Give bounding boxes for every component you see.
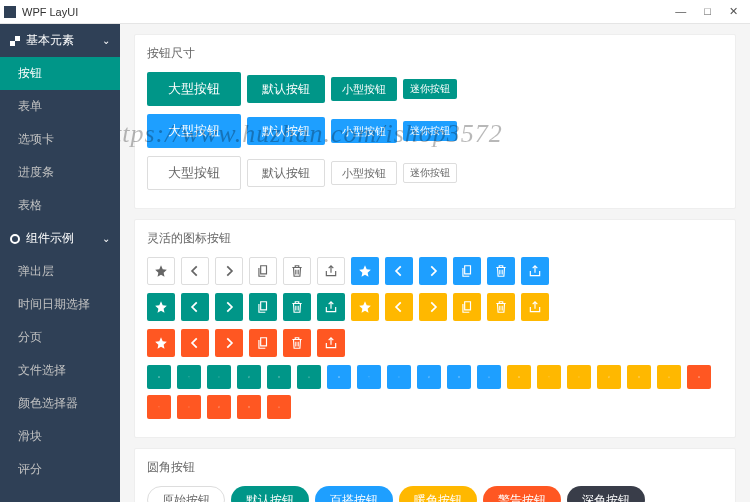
pill-button[interactable]: 警告按钮 [483,486,561,502]
minimize-button[interactable]: — [675,5,686,18]
sidebar-group-header[interactable]: 组件示例⌄ [0,222,120,255]
icon-button-small[interactable] [207,365,231,389]
icon-button-small[interactable] [537,365,561,389]
pill-button[interactable]: 百搭按钮 [315,486,393,502]
icon-button-small[interactable] [657,365,681,389]
sidebar-item[interactable]: 进度条 [0,156,120,189]
sidebar-item[interactable]: 颜色选择器 [0,387,120,420]
icon-button[interactable] [317,293,345,321]
chev-left-icon [158,400,160,414]
maximize-button[interactable]: □ [704,5,711,18]
sidebar-group-label: 基本元素 [26,32,74,49]
icon-button-small[interactable] [447,365,471,389]
icon-button-small[interactable] [177,365,201,389]
icon-button[interactable] [385,257,413,285]
icon-button-small[interactable] [207,395,231,419]
size-button[interactable]: 迷你按钮 [403,163,457,183]
sidebar-item[interactable]: 时间日期选择 [0,288,120,321]
icon-button[interactable] [351,257,379,285]
size-button[interactable]: 小型按钮 [331,119,397,143]
icon-button-small[interactable] [567,365,591,389]
pill-button[interactable]: 暖色按钮 [399,486,477,502]
trash-icon [290,300,304,314]
sidebar-item[interactable]: 滑块 [0,420,120,453]
icon-button[interactable] [147,293,175,321]
share-icon [668,370,670,384]
icon-button[interactable] [181,329,209,357]
icon-button[interactable] [283,329,311,357]
icon-button-small[interactable] [267,395,291,419]
icon-button[interactable] [453,257,481,285]
size-button[interactable]: 大型按钮 [147,72,241,106]
icon-button[interactable] [215,329,243,357]
panel-title: 按钮尺寸 [147,45,723,62]
icon-button-small[interactable] [147,365,171,389]
icon-button[interactable] [317,257,345,285]
pill-button[interactable]: 原始按钮 [147,486,225,502]
sidebar-item[interactable]: 弹出层 [0,255,120,288]
sidebar-item[interactable]: 表格 [0,189,120,222]
icon-button[interactable] [419,257,447,285]
icon-button[interactable] [181,293,209,321]
size-button[interactable]: 大型按钮 [147,114,241,148]
size-button[interactable]: 小型按钮 [331,161,397,185]
icon-button-small[interactable] [387,365,411,389]
star-icon [154,300,168,314]
icon-button[interactable] [249,329,277,357]
chev-left-icon [392,264,406,278]
icon-button-small[interactable] [417,365,441,389]
icon-button[interactable] [419,293,447,321]
icon-button[interactable] [453,293,481,321]
icon-button[interactable] [147,257,175,285]
sidebar-item[interactable]: 分页 [0,321,120,354]
icon-button[interactable] [181,257,209,285]
pill-button[interactable]: 默认按钮 [231,486,309,502]
sidebar-item[interactable]: 评分 [0,453,120,486]
size-button[interactable]: 迷你按钮 [403,121,457,141]
icon-button-small[interactable] [147,395,171,419]
icon-button-small[interactable] [237,365,261,389]
sidebar-item[interactable]: 按钮 [0,57,120,90]
icon-button-small[interactable] [237,395,261,419]
icon-button-small[interactable] [687,365,711,389]
icon-button-small[interactable] [597,365,621,389]
sidebar-group-header[interactable]: 基本元素⌄ [0,24,120,57]
sidebar-item[interactable]: 选项卡 [0,123,120,156]
size-button[interactable]: 默认按钮 [247,159,325,187]
icon-button[interactable] [487,293,515,321]
icon-button[interactable] [317,329,345,357]
size-button[interactable]: 默认按钮 [247,75,325,103]
chev-right-icon [188,400,190,414]
icon-button-small[interactable] [627,365,651,389]
pill-button[interactable]: 深色按钮 [567,486,645,502]
size-button[interactable]: 默认按钮 [247,117,325,145]
icon-button-small[interactable] [267,365,291,389]
icon-button-small[interactable] [507,365,531,389]
size-button[interactable]: 大型按钮 [147,156,241,190]
icon-button[interactable] [249,257,277,285]
size-button[interactable]: 迷你按钮 [403,79,457,99]
sidebar-item[interactable]: 表单 [0,90,120,123]
icon-button[interactable] [215,293,243,321]
icon-button-small[interactable] [327,365,351,389]
icon-button[interactable] [215,257,243,285]
icon-button-small[interactable] [297,365,321,389]
icon-button-small[interactable] [477,365,501,389]
icon-button-small[interactable] [177,395,201,419]
chev-right-icon [218,370,220,384]
size-button[interactable]: 小型按钮 [331,77,397,101]
icon-button[interactable] [385,293,413,321]
close-button[interactable]: ✕ [729,5,738,18]
chev-right-icon [398,370,400,384]
icon-button[interactable] [283,293,311,321]
icon-button[interactable] [487,257,515,285]
icon-button[interactable] [249,293,277,321]
icon-button[interactable] [147,329,175,357]
icon-button-small[interactable] [357,365,381,389]
icon-button[interactable] [351,293,379,321]
sidebar-item[interactable]: 文件选择 [0,354,120,387]
icon-button[interactable] [283,257,311,285]
icon-button[interactable] [521,293,549,321]
chev-right-icon [222,336,236,350]
icon-button[interactable] [521,257,549,285]
